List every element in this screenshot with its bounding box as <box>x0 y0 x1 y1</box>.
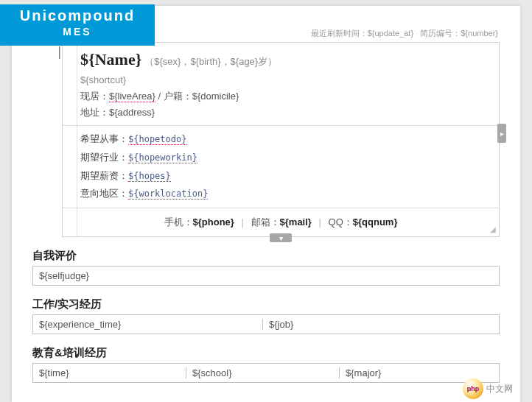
section-exp-title: 工作/实习经历 <box>32 297 500 311</box>
watermark-icon: php <box>463 378 483 399</box>
mail-value: ${mail} <box>280 216 312 228</box>
self-box[interactable]: ${selfjudge} <box>32 266 500 286</box>
watermark: php 中文网 <box>463 378 513 399</box>
avatar-column: | <box>33 43 77 236</box>
hopes-value: ${hopes} <box>128 171 171 182</box>
qq-value: ${qqnum} <box>353 216 398 228</box>
name-field: ${Name} <box>80 50 141 68</box>
edu-box[interactable]: ${time} ${school} ${major} <box>32 363 500 383</box>
text-cursor-icon: | <box>58 44 61 60</box>
mail-label: 邮箱： <box>251 216 280 228</box>
live-label: 现居： <box>80 91 109 102</box>
expand-right-handle[interactable]: ▸ <box>497 124 506 143</box>
birth-field: ${birth} <box>190 56 220 67</box>
logo-line1: Unicompound <box>0 7 155 24</box>
selfjudge-value: ${selfjudge} <box>39 270 493 281</box>
section-self-title: 自我评价 <box>32 249 500 263</box>
brand-logo: Unicompound MES <box>0 4 155 46</box>
addr-label: 地址： <box>80 107 109 118</box>
phone-value: ${phone} <box>193 216 234 228</box>
shortcut-field: ${shortcut} <box>80 72 489 88</box>
meta-updated-value: ${update_at} <box>368 29 413 38</box>
worklocation-value: ${worklocation} <box>128 188 208 200</box>
watermark-text: 中文网 <box>486 383 513 395</box>
contact-bar: 手机：${phone} | 邮箱：${mail} | QQ：${qqnum} ▾… <box>63 208 499 236</box>
sex-field: ${sex} <box>154 56 181 67</box>
domicile-value: ${domicile} <box>192 91 239 102</box>
qq-label: QQ： <box>329 216 353 228</box>
exp-time-value: ${experience_time} <box>39 319 263 330</box>
edu-major-value: ${major} <box>339 367 493 378</box>
expand-down-handle[interactable]: ▾ <box>270 233 292 242</box>
identity-block: ${Name} （${sex}，${birth}，${age}岁） ${shor… <box>63 43 499 126</box>
expectation-block: 希望从事：${hopetodo} 期望行业：${hopeworkin} 期望薪资… <box>63 126 499 208</box>
section-edu-title: 教育&培训经历 <box>32 346 500 360</box>
logo-line2: MES <box>0 26 155 38</box>
profile-card[interactable]: | ▸ ${Name} （${sex}，${birth}，${age}岁） ${… <box>62 42 500 237</box>
phone-label: 手机： <box>164 216 193 228</box>
exp-job-value: ${job} <box>262 319 493 330</box>
document-page: 最近刷新时间：${update_at} 简历编号：${number} | ▸ $… <box>12 6 520 402</box>
domicile-label: 户籍： <box>164 91 192 102</box>
hopetodo-value: ${hopetodo} <box>128 134 186 145</box>
hopeworkin-value: ${hopeworkin} <box>128 152 197 163</box>
meta-updated-label: 最近刷新时间： <box>311 29 368 38</box>
live-value: ${liveArea} <box>109 91 155 102</box>
age-field: ${age} <box>231 56 259 67</box>
meta-number-label: 简历编号： <box>420 29 461 38</box>
edu-school-value: ${school} <box>186 367 340 378</box>
exp-box[interactable]: ${experience_time} ${job} <box>32 314 500 334</box>
edu-time-value: ${time} <box>39 367 186 378</box>
addr-value: ${address} <box>109 107 155 118</box>
meta-number-value: ${number} <box>461 29 498 38</box>
resize-icon[interactable]: ◢ <box>490 225 496 233</box>
